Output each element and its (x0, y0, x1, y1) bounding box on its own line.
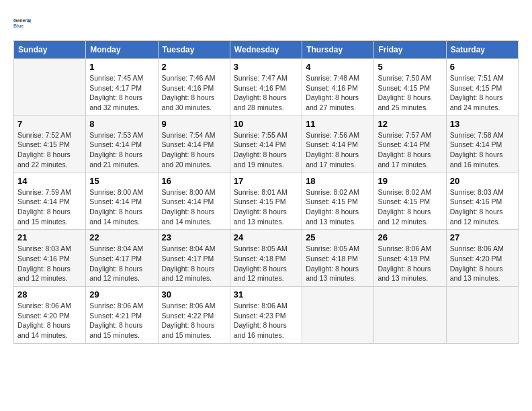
calendar-cell: 15Sunrise: 8:00 AMSunset: 4:14 PMDayligh… (86, 173, 158, 230)
calendar-week-row: 21Sunrise: 8:03 AMSunset: 4:16 PMDayligh… (14, 230, 519, 287)
day-info: Sunrise: 8:06 AMSunset: 4:20 PMDaylight:… (17, 301, 82, 340)
calendar-cell: 9Sunrise: 7:54 AMSunset: 4:14 PMDaylight… (158, 116, 230, 173)
calendar-cell: 26Sunrise: 8:06 AMSunset: 4:19 PMDayligh… (374, 230, 446, 287)
day-number: 3 (234, 62, 298, 72)
day-info: Sunrise: 8:05 AMSunset: 4:18 PMDaylight:… (306, 244, 370, 283)
day-number: 1 (89, 62, 154, 72)
weekday-header: Tuesday (158, 41, 230, 59)
calendar-cell: 25Sunrise: 8:05 AMSunset: 4:18 PMDayligh… (302, 230, 374, 287)
calendar-cell: 22Sunrise: 8:04 AMSunset: 4:17 PMDayligh… (86, 230, 158, 287)
logo: GeneralBlue (13, 13, 34, 34)
day-number: 5 (378, 62, 442, 72)
day-info: Sunrise: 7:48 AMSunset: 4:16 PMDaylight:… (306, 73, 370, 113)
day-info: Sunrise: 7:46 AMSunset: 4:16 PMDaylight:… (162, 73, 226, 113)
day-number: 20 (450, 176, 515, 186)
calendar-cell: 14Sunrise: 7:59 AMSunset: 4:14 PMDayligh… (14, 173, 86, 230)
day-number: 30 (162, 289, 226, 300)
page-header: GeneralBlue (13, 13, 519, 34)
day-info: Sunrise: 8:04 AMSunset: 4:17 PMDaylight:… (89, 244, 154, 283)
day-number: 21 (17, 232, 82, 242)
day-number: 13 (450, 119, 515, 129)
calendar-cell: 2Sunrise: 7:46 AMSunset: 4:16 PMDaylight… (158, 59, 230, 116)
weekday-header: Wednesday (230, 41, 302, 59)
calendar-cell: 12Sunrise: 7:57 AMSunset: 4:14 PMDayligh… (374, 116, 446, 173)
calendar-cell: 29Sunrise: 8:06 AMSunset: 4:21 PMDayligh… (86, 287, 158, 344)
weekday-header: Monday (86, 41, 158, 59)
calendar-week-row: 28Sunrise: 8:06 AMSunset: 4:20 PMDayligh… (14, 287, 519, 344)
day-number: 17 (234, 176, 298, 186)
svg-text:Blue: Blue (13, 24, 24, 28)
day-info: Sunrise: 8:01 AMSunset: 4:15 PMDaylight:… (234, 187, 298, 227)
calendar-cell: 31Sunrise: 8:06 AMSunset: 4:23 PMDayligh… (230, 287, 302, 344)
day-number: 15 (89, 176, 154, 186)
day-number: 22 (89, 232, 154, 242)
weekday-header: Thursday (302, 41, 374, 59)
day-info: Sunrise: 7:54 AMSunset: 4:14 PMDaylight:… (162, 130, 226, 170)
day-info: Sunrise: 7:51 AMSunset: 4:15 PMDaylight:… (450, 73, 515, 113)
calendar-cell (14, 59, 86, 116)
calendar-cell: 28Sunrise: 8:06 AMSunset: 4:20 PMDayligh… (14, 287, 86, 344)
day-number: 31 (234, 289, 298, 300)
calendar-cell: 3Sunrise: 7:47 AMSunset: 4:16 PMDaylight… (230, 59, 302, 116)
day-info: Sunrise: 8:02 AMSunset: 4:15 PMDaylight:… (306, 187, 370, 227)
day-info: Sunrise: 8:00 AMSunset: 4:14 PMDaylight:… (162, 187, 226, 227)
day-info: Sunrise: 8:04 AMSunset: 4:17 PMDaylight:… (162, 244, 226, 283)
calendar-cell: 7Sunrise: 7:52 AMSunset: 4:15 PMDaylight… (14, 116, 86, 173)
day-info: Sunrise: 7:55 AMSunset: 4:14 PMDaylight:… (234, 130, 298, 170)
day-info: Sunrise: 7:57 AMSunset: 4:14 PMDaylight:… (378, 130, 442, 170)
day-info: Sunrise: 8:00 AMSunset: 4:14 PMDaylight:… (89, 187, 154, 227)
day-number: 7 (17, 119, 82, 129)
calendar-cell (446, 287, 518, 344)
day-number: 25 (306, 232, 370, 242)
calendar-cell: 4Sunrise: 7:48 AMSunset: 4:16 PMDaylight… (302, 59, 374, 116)
day-info: Sunrise: 8:06 AMSunset: 4:23 PMDaylight:… (234, 301, 298, 340)
calendar-cell: 21Sunrise: 8:03 AMSunset: 4:16 PMDayligh… (14, 230, 86, 287)
calendar-cell: 10Sunrise: 7:55 AMSunset: 4:14 PMDayligh… (230, 116, 302, 173)
calendar-cell: 18Sunrise: 8:02 AMSunset: 4:15 PMDayligh… (302, 173, 374, 230)
day-number: 2 (162, 62, 226, 72)
day-number: 9 (162, 119, 226, 129)
day-info: Sunrise: 8:06 AMSunset: 4:19 PMDaylight:… (378, 244, 442, 283)
day-number: 11 (306, 119, 370, 129)
calendar-cell: 6Sunrise: 7:51 AMSunset: 4:15 PMDaylight… (446, 59, 518, 116)
calendar-cell: 20Sunrise: 8:03 AMSunset: 4:16 PMDayligh… (446, 173, 518, 230)
calendar-cell (374, 287, 446, 344)
day-info: Sunrise: 7:59 AMSunset: 4:14 PMDaylight:… (17, 187, 82, 227)
day-number: 27 (450, 232, 515, 242)
calendar-cell: 11Sunrise: 7:56 AMSunset: 4:14 PMDayligh… (302, 116, 374, 173)
calendar-cell: 24Sunrise: 8:05 AMSunset: 4:18 PMDayligh… (230, 230, 302, 287)
logo-icon: GeneralBlue (13, 13, 34, 34)
day-info: Sunrise: 7:45 AMSunset: 4:17 PMDaylight:… (89, 73, 154, 113)
calendar-cell: 30Sunrise: 8:06 AMSunset: 4:22 PMDayligh… (158, 287, 230, 344)
calendar-cell: 13Sunrise: 7:58 AMSunset: 4:14 PMDayligh… (446, 116, 518, 173)
calendar-cell: 16Sunrise: 8:00 AMSunset: 4:14 PMDayligh… (158, 173, 230, 230)
day-number: 24 (234, 232, 298, 242)
day-number: 12 (378, 119, 442, 129)
calendar-cell: 27Sunrise: 8:06 AMSunset: 4:20 PMDayligh… (446, 230, 518, 287)
day-info: Sunrise: 8:06 AMSunset: 4:22 PMDaylight:… (162, 301, 226, 340)
day-number: 28 (17, 289, 82, 300)
day-number: 4 (306, 62, 370, 72)
day-info: Sunrise: 8:03 AMSunset: 4:16 PMDaylight:… (450, 187, 515, 227)
day-info: Sunrise: 7:56 AMSunset: 4:14 PMDaylight:… (306, 130, 370, 170)
day-number: 16 (162, 176, 226, 186)
calendar-cell: 23Sunrise: 8:04 AMSunset: 4:17 PMDayligh… (158, 230, 230, 287)
weekday-header: Sunday (14, 41, 86, 59)
day-number: 14 (17, 176, 82, 186)
calendar-cell (302, 287, 374, 344)
day-info: Sunrise: 7:53 AMSunset: 4:14 PMDaylight:… (89, 130, 154, 170)
calendar-week-row: 14Sunrise: 7:59 AMSunset: 4:14 PMDayligh… (14, 173, 519, 230)
day-number: 23 (162, 232, 226, 242)
day-number: 10 (234, 119, 298, 129)
weekday-header: Friday (374, 41, 446, 59)
day-info: Sunrise: 8:02 AMSunset: 4:15 PMDaylight:… (378, 187, 442, 227)
day-info: Sunrise: 8:03 AMSunset: 4:16 PMDaylight:… (17, 244, 82, 283)
calendar-week-row: 7Sunrise: 7:52 AMSunset: 4:15 PMDaylight… (14, 116, 519, 173)
calendar-header-row: SundayMondayTuesdayWednesdayThursdayFrid… (14, 41, 519, 59)
day-info: Sunrise: 7:50 AMSunset: 4:15 PMDaylight:… (378, 73, 442, 113)
day-info: Sunrise: 7:47 AMSunset: 4:16 PMDaylight:… (234, 73, 298, 113)
weekday-header: Saturday (446, 41, 518, 59)
calendar-cell: 5Sunrise: 7:50 AMSunset: 4:15 PMDaylight… (374, 59, 446, 116)
calendar-table: SundayMondayTuesdayWednesdayThursdayFrid… (13, 40, 519, 344)
day-info: Sunrise: 8:05 AMSunset: 4:18 PMDaylight:… (234, 244, 298, 283)
